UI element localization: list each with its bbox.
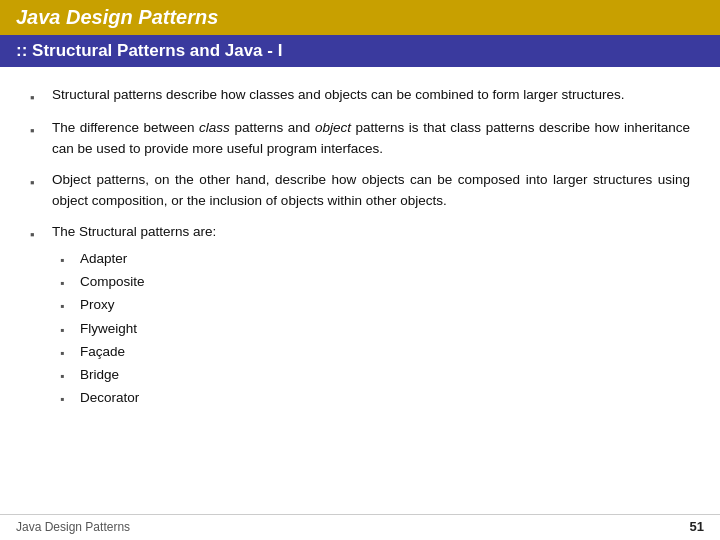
- content-area: ▪ Structural patterns describe how class…: [0, 67, 720, 514]
- sub-marker-4: ▪: [60, 321, 72, 339]
- bullet-text-2: The difference between class patterns an…: [52, 118, 690, 160]
- bullet-item-2: ▪ The difference between class patterns …: [30, 118, 690, 160]
- italic-object: object: [315, 120, 351, 135]
- header-subtitle-bar: :: Structural Patterns and Java - I: [0, 35, 720, 67]
- sub-bullet-adapter: ▪ Adapter: [60, 249, 690, 269]
- slide: Java Design Patterns :: Structural Patte…: [0, 0, 720, 540]
- slide-title: Java Design Patterns: [16, 6, 218, 29]
- sub-label-composite: Composite: [80, 272, 145, 292]
- sub-label-facade: Façade: [80, 342, 125, 362]
- bullet-marker-1: ▪: [30, 88, 44, 108]
- sub-bullet-facade: ▪ Façade: [60, 342, 690, 362]
- sub-bullet-composite: ▪ Composite: [60, 272, 690, 292]
- sub-bullet-proxy: ▪ Proxy: [60, 295, 690, 315]
- header-title-bar: Java Design Patterns: [0, 0, 720, 35]
- sub-marker-5: ▪: [60, 344, 72, 362]
- sub-label-flyweight: Flyweight: [80, 319, 137, 339]
- sub-bullets: ▪ Adapter ▪ Composite ▪ Proxy ▪ Flyweigh…: [60, 249, 690, 409]
- sub-label-proxy: Proxy: [80, 295, 115, 315]
- bullet-marker-4: ▪: [30, 225, 44, 245]
- footer-page: 51: [690, 519, 704, 534]
- bullet-text-4: The Structural patterns are:: [52, 222, 216, 243]
- bullet-item-4: ▪ The Structural patterns are:: [30, 222, 690, 245]
- sub-bullet-decorator: ▪ Decorator: [60, 388, 690, 408]
- bullet-marker-3: ▪: [30, 173, 44, 193]
- sub-marker-1: ▪: [60, 251, 72, 269]
- sub-marker-7: ▪: [60, 390, 72, 408]
- bullet-item-3: ▪ Object patterns, on the other hand, de…: [30, 170, 690, 212]
- sub-label-adapter: Adapter: [80, 249, 127, 269]
- bullet-item-1: ▪ Structural patterns describe how class…: [30, 85, 690, 108]
- bullet-marker-2: ▪: [30, 121, 44, 141]
- bullet-item-4-container: ▪ The Structural patterns are: ▪ Adapter…: [30, 222, 690, 409]
- bullet-text-1: Structural patterns describe how classes…: [52, 85, 625, 106]
- sub-label-bridge: Bridge: [80, 365, 119, 385]
- sub-bullet-flyweight: ▪ Flyweight: [60, 319, 690, 339]
- sub-marker-2: ▪: [60, 274, 72, 292]
- sub-marker-3: ▪: [60, 297, 72, 315]
- sub-marker-6: ▪: [60, 367, 72, 385]
- sub-label-decorator: Decorator: [80, 388, 139, 408]
- italic-class: class: [199, 120, 230, 135]
- footer-label: Java Design Patterns: [16, 520, 130, 534]
- slide-subtitle: :: Structural Patterns and Java - I: [16, 41, 282, 60]
- bullet-text-3: Object patterns, on the other hand, desc…: [52, 170, 690, 212]
- sub-bullet-bridge: ▪ Bridge: [60, 365, 690, 385]
- header: Java Design Patterns :: Structural Patte…: [0, 0, 720, 67]
- footer: Java Design Patterns 51: [0, 514, 720, 540]
